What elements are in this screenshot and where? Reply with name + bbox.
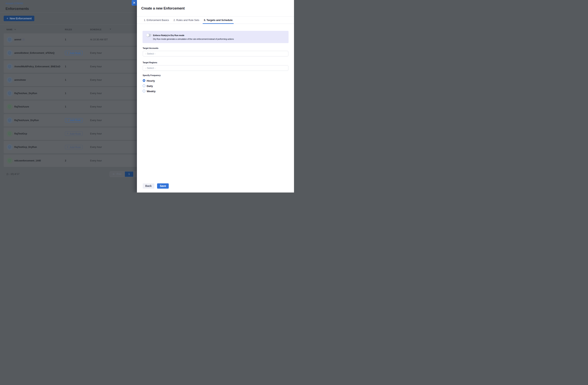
frequency-weekly-label: Weekly	[147, 90, 156, 93]
drawer-close-button[interactable]	[132, 0, 137, 6]
target-accounts-placeholder: - Select -	[146, 52, 156, 55]
target-regions-label: Target Regions	[143, 62, 157, 64]
close-icon	[133, 2, 135, 4]
create-enforcement-drawer: Create a new Enforcement 1. Enforcement …	[137, 0, 294, 192]
dry-run-toggle[interactable]	[147, 34, 151, 37]
dry-run-description: Dry Run mode generates a simulation of t…	[153, 38, 234, 40]
radio-unselected-icon	[143, 84, 146, 87]
toggle-knob-icon	[147, 34, 149, 37]
frequency-radio-daily[interactable]: Daily	[143, 84, 153, 87]
drawer-tabs: 1. Enforcement Basics 2. Rules and Rule …	[137, 16, 294, 24]
dry-run-title: Enforce Rule(s) in Dry Run mode	[153, 34, 184, 37]
tab-enforcement-basics[interactable]: 1. Enforcement Basics	[143, 17, 170, 24]
target-regions-placeholder: - Select -	[146, 67, 156, 69]
target-accounts-select[interactable]: - Select -	[143, 51, 288, 57]
frequency-radio-weekly[interactable]: Weekly	[143, 90, 156, 92]
frequency-daily-label: Daily	[147, 85, 153, 88]
frequency-radio-hourly[interactable]: Hourly	[143, 79, 155, 82]
radio-unselected-icon	[143, 90, 146, 92]
back-button[interactable]: Back	[143, 183, 154, 189]
tab-rules-and-rule-sets[interactable]: 2. Rules and Rule Sets	[172, 17, 201, 24]
radio-selected-icon	[143, 79, 146, 82]
target-accounts-label: Target Accounts	[143, 47, 158, 49]
target-regions-select[interactable]: - Select -	[143, 65, 288, 71]
specify-frequency-label: Specify Frequency	[143, 74, 161, 76]
frequency-hourly-label: Hourly	[147, 79, 155, 82]
drawer-title: Create a new Enforcement	[141, 7, 185, 10]
save-button[interactable]: Save	[157, 183, 169, 189]
tab-targets-and-schedule[interactable]: 3. Targets and Schedule	[203, 17, 234, 24]
dry-run-panel: Enforce Rule(s) in Dry Run mode Dry Run …	[143, 31, 289, 43]
